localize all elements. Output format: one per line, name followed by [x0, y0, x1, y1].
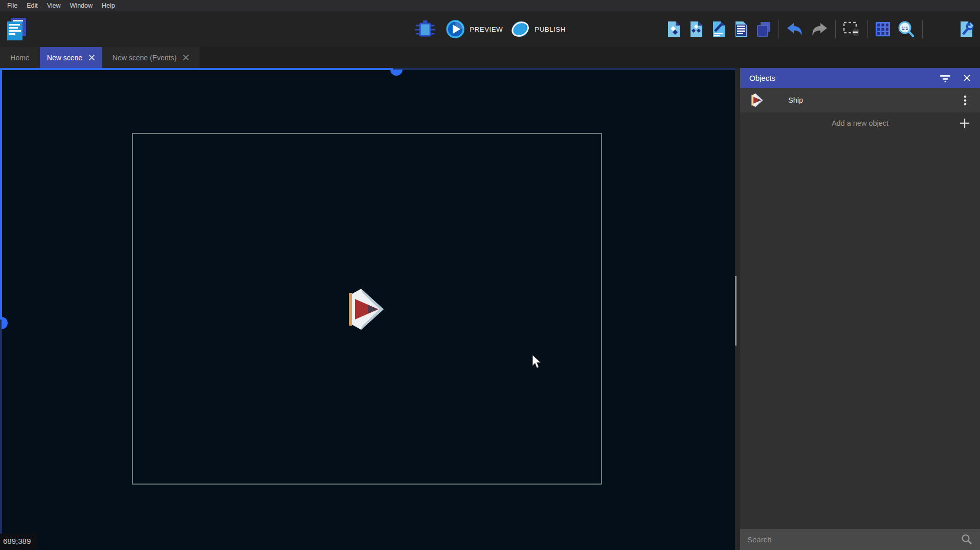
objects-panel-title: Objects [749, 74, 775, 82]
tab-new-scene-events-label: New scene (Events) [113, 54, 176, 62]
vertical-scrollbar-fill [0, 68, 2, 319]
instances-list-icon[interactable] [733, 20, 749, 38]
menu-edit[interactable]: Edit [22, 0, 42, 11]
search-input[interactable] [747, 535, 961, 544]
scene-editor-canvas[interactable]: 689;389 [0, 68, 735, 550]
menu-window[interactable]: Window [65, 0, 97, 11]
svg-text:1:1: 1:1 [901, 26, 908, 31]
panel-splitter[interactable] [735, 68, 740, 550]
cursor-coordinates-label: 689;389 [0, 534, 38, 550]
object-context-menu-icon[interactable] [964, 95, 967, 106]
tab-new-scene[interactable]: New scene [40, 47, 102, 68]
preview-label: PREVIEW [470, 26, 503, 33]
tab-close-icon[interactable] [88, 54, 95, 61]
properties-icon[interactable] [711, 20, 726, 38]
object-name-label: Ship [788, 96, 803, 104]
publish-globe-icon [510, 19, 530, 39]
deselect-icon[interactable] [843, 21, 860, 37]
preview-button[interactable]: PREVIEW [446, 19, 503, 39]
main-toolbar: PREVIEW PUBLISH [0, 11, 980, 47]
tab-home-label: Home [10, 54, 29, 62]
scene-settings-icon[interactable] [959, 20, 974, 38]
redo-icon[interactable] [811, 22, 828, 36]
vertical-scrollbar[interactable] [0, 68, 2, 550]
horizontal-scrollbar-fill [0, 68, 393, 70]
undo-icon[interactable] [786, 22, 804, 36]
tab-close-icon[interactable] [183, 54, 189, 61]
toolbar-divider [922, 20, 923, 38]
play-preview-icon [446, 19, 465, 39]
filter-icon[interactable] [940, 74, 951, 82]
publish-label: PUBLISH [534, 26, 566, 33]
project-manager-icon [5, 17, 28, 42]
mouse-cursor [532, 354, 543, 370]
plus-icon[interactable] [959, 117, 971, 129]
objects-panel: Objects [740, 68, 980, 550]
layers-icon[interactable] [756, 21, 771, 37]
menu-bar: File Edit View Window Help [0, 0, 980, 11]
toolbar-divider [835, 20, 836, 38]
publish-button[interactable]: PUBLISH [510, 19, 566, 39]
objects-panel-body [740, 134, 980, 529]
close-panel-icon[interactable] [963, 74, 971, 82]
tab-new-scene-events[interactable]: New scene (Events) [102, 47, 199, 68]
toolbar-right-group: 1:1 [666, 11, 978, 47]
ship-sprite-instance[interactable] [349, 288, 386, 331]
menu-file[interactable]: File [3, 0, 22, 11]
add-new-object-label: Add a new object [740, 119, 980, 127]
splitter-grip-handle[interactable] [735, 276, 737, 346]
tab-new-scene-label: New scene [47, 54, 82, 62]
horizontal-scrollbar-thumb[interactable] [390, 70, 403, 76]
objects-panel-header: Objects [740, 68, 980, 88]
debug-icon[interactable] [414, 18, 436, 40]
tab-bar: Home New scene New scene (Events) [0, 47, 980, 68]
objects-editor-icon[interactable] [666, 20, 681, 38]
tab-home[interactable]: Home [0, 47, 40, 68]
object-groups-icon[interactable] [688, 20, 704, 38]
object-list-item-ship[interactable]: Ship [740, 88, 980, 112]
toolbar-divider [778, 20, 779, 38]
add-new-object-button[interactable]: Add a new object [740, 112, 980, 134]
menu-help[interactable]: Help [97, 0, 120, 11]
search-icon [961, 534, 973, 545]
grid-icon[interactable] [875, 21, 890, 37]
main-area: 689;389 Objects [0, 68, 980, 550]
menu-view[interactable]: View [42, 0, 65, 11]
gdevelop-window: File Edit View Window Help [0, 0, 980, 550]
vertical-scrollbar-thumb[interactable] [2, 317, 8, 329]
horizontal-scrollbar[interactable] [0, 68, 735, 70]
zoom-1-1-icon[interactable]: 1:1 [898, 21, 915, 37]
ship-thumbnail-icon [751, 93, 765, 108]
toolbar-center-group: PREVIEW PUBLISH [414, 11, 566, 47]
project-manager-button[interactable] [4, 16, 29, 43]
toolbar-divider [867, 20, 868, 38]
objects-search-bar [740, 529, 980, 550]
